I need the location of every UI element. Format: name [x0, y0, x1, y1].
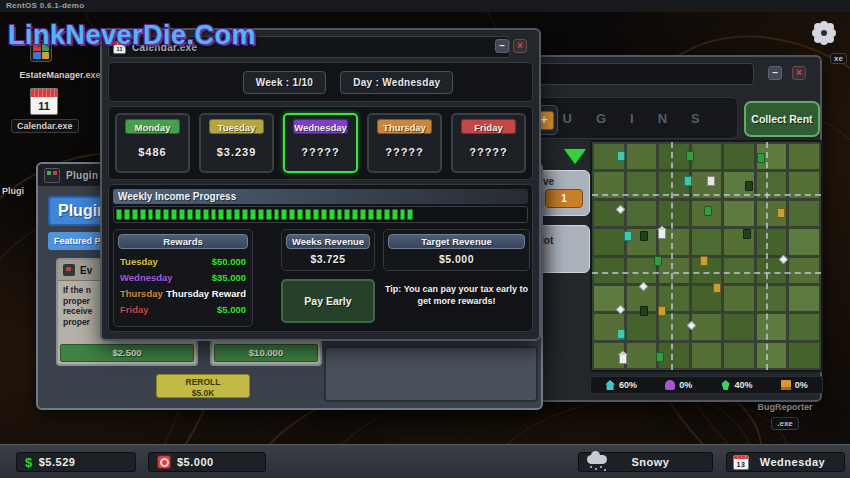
map-building-dark: [640, 306, 648, 316]
progress-segment: [195, 209, 201, 220]
map-building-green: [757, 153, 765, 163]
map-road-horizontal: [592, 272, 821, 274]
settings-desktop-icon[interactable]: [815, 24, 833, 42]
plant-icon: [721, 380, 731, 390]
map-road-vertical: [671, 142, 673, 370]
day-card-friday[interactable]: Friday?????: [451, 113, 526, 173]
rewards-panel: Rewards Tuesday$50.000Wednesday$35.000Th…: [113, 229, 253, 327]
reroll-label: REROLL: [157, 377, 249, 388]
map-building-yellow: [713, 283, 721, 293]
day-card-wednesday[interactable]: Wednesday?????: [283, 113, 358, 173]
day-card-thursday[interactable]: Thursday?????: [367, 113, 442, 173]
settings-icon-label-fragment: xe: [830, 53, 847, 64]
estate-close-button[interactable]: ×: [792, 66, 806, 80]
progress-segment: [171, 209, 177, 220]
map-road-horizontal: [592, 194, 821, 196]
map-parcel: [692, 144, 722, 169]
map-building-yellow: [700, 256, 708, 266]
target-revenue-panel: Target Revenue $5.000: [383, 229, 530, 271]
calendar-lower-panel: Weekly Income Progress Rewards Tuesday$5…: [108, 184, 533, 332]
calendar-close-button[interactable]: ×: [513, 39, 527, 53]
map-parcel: [789, 229, 819, 254]
progress-segment: [203, 209, 209, 220]
map-stat-residential: 60%: [605, 380, 637, 390]
reward-row: Friday$5.000: [114, 301, 252, 317]
reward-value: $50.000: [212, 256, 246, 267]
day-indicator-button[interactable]: Day : Wednesday: [340, 71, 453, 94]
weekday-display[interactable]: 13 Wednesday: [726, 452, 845, 472]
progress-segment: [124, 209, 130, 220]
bugreporter-desktop-icon[interactable]: BugReporter .exe: [748, 402, 822, 430]
slot-label-fragment: ve: [543, 176, 554, 187]
map-stat-industrial: 0%: [781, 380, 808, 390]
calendar-icon-label[interactable]: Calendar.exe: [11, 119, 79, 133]
plugin-card-title: Ev: [80, 265, 92, 276]
week-indicator-button[interactable]: Week : 1/10: [243, 71, 327, 94]
plugin-empty-panel: [324, 346, 538, 402]
map-parcel: [789, 144, 819, 169]
map-parcel: [724, 144, 754, 169]
slot-count-button[interactable]: 1: [545, 189, 583, 208]
map-parcel: [724, 343, 754, 368]
reroll-button[interactable]: REROLL $5.0K: [156, 374, 250, 398]
weather-display[interactable]: Snowy: [578, 452, 713, 472]
reward-day: Thursday: [120, 288, 163, 299]
map-building-teal: [624, 231, 632, 241]
calendar-desktop-icon[interactable]: 11: [30, 88, 58, 115]
map-parcel: [692, 229, 722, 254]
reward-value: Thursday Reward: [166, 288, 246, 299]
snow-cloud-icon: [587, 455, 607, 464]
day-card-header: Wednesday: [293, 119, 348, 134]
tip-text: Tip: You can pay your tax early to get m…: [381, 283, 532, 307]
progress-segment: [289, 209, 295, 220]
map-parcel: [757, 314, 787, 339]
map-building-green: [656, 352, 664, 362]
reward-row: Wednesday$35.000: [114, 269, 252, 285]
taskbar-date-number: 13: [737, 460, 746, 469]
plugin-icon-label-fragment: Plugi: [2, 186, 24, 196]
calendar-icon-number: 11: [38, 98, 50, 114]
crate-icon: [781, 380, 791, 390]
map-building-house: [658, 229, 666, 239]
taskbar-date-icon: 13: [733, 455, 749, 470]
target-revenue-value: $5.000: [384, 253, 529, 265]
day-card-tuesday[interactable]: Tuesday$3.239: [199, 113, 274, 173]
shop-icon: [665, 380, 675, 390]
weekly-income-progress-bar: [113, 206, 528, 223]
progress-segment: [242, 209, 248, 220]
plugin-window-title: Plugin: [66, 170, 98, 181]
progress-segment: [140, 209, 146, 220]
map-stat-value: 40%: [735, 380, 753, 390]
rewards-rows: Tuesday$50.000Wednesday$35.000ThursdayTh…: [114, 253, 252, 317]
map-parcel: [627, 144, 657, 169]
day-card-value: ?????: [369, 146, 440, 158]
estate-minimize-button[interactable]: –: [768, 66, 782, 80]
weeks-revenue-value: $3.725: [282, 253, 374, 265]
gear-icon: [815, 24, 833, 42]
filter-triangle-icon[interactable]: [564, 149, 586, 164]
day-card-header: Thursday: [377, 119, 432, 134]
plugin-buy-button[interactable]: $10.000: [214, 344, 318, 362]
bugreporter-label-line1: BugReporter: [748, 402, 822, 412]
map-parcel: [724, 314, 754, 339]
map-parcel: [659, 144, 689, 169]
reward-row: ThursdayThursday Reward: [114, 285, 252, 301]
plugin-buy-button[interactable]: $2.500: [60, 344, 194, 362]
pay-early-button[interactable]: Pay Early: [281, 279, 375, 323]
bugreporter-label-line2: .exe: [771, 417, 799, 430]
calendar-days-panel: Monday$486Tuesday$3.239Wednesday?????Thu…: [108, 106, 533, 180]
money-display[interactable]: $ $5.529: [16, 452, 136, 472]
calendar-minimize-button[interactable]: –: [495, 39, 509, 53]
tax-target-display[interactable]: $5.000: [148, 452, 266, 472]
progress-segment: [250, 209, 256, 220]
map-building-dark: [640, 231, 648, 241]
collect-rent-button[interactable]: Collect Rent: [744, 101, 820, 137]
city-map[interactable]: [590, 140, 823, 372]
map-parcel: [724, 286, 754, 311]
day-card-monday[interactable]: Monday$486: [115, 113, 190, 173]
map-parcel: [659, 314, 689, 339]
progress-segment: [266, 209, 272, 220]
rewards-header: Rewards: [118, 234, 248, 249]
map-parcel: [659, 201, 689, 226]
weekday-value: Wednesday: [749, 456, 836, 468]
